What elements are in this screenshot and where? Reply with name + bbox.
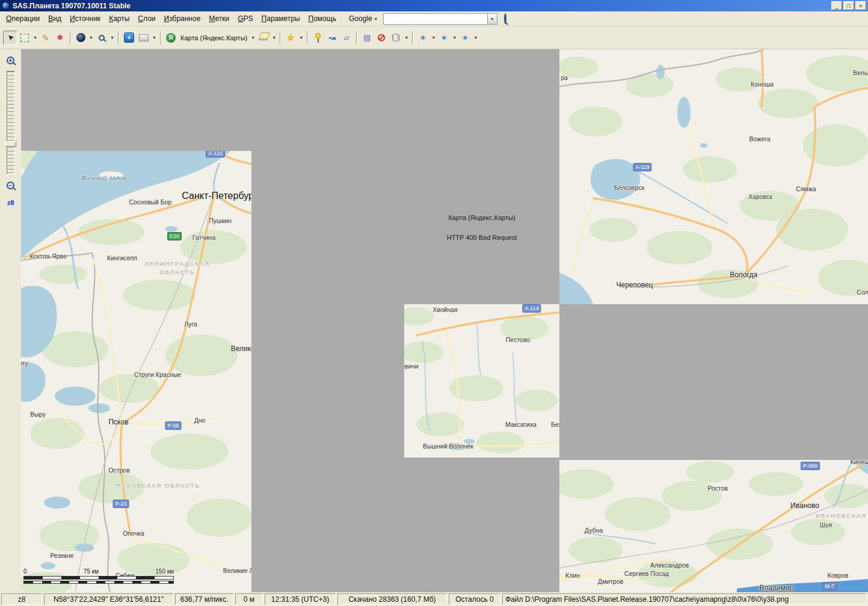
gps-track-dropdown[interactable]: ▾: [451, 31, 458, 45]
map-label: Бежецк: [551, 421, 559, 428]
move-tool-button[interactable]: ➤: [3, 31, 17, 45]
gps-settings-button[interactable]: ✶: [458, 31, 472, 45]
zoom-out-button[interactable]: −: [4, 179, 17, 192]
zoom-tool-dropdown[interactable]: ▾: [109, 31, 115, 45]
map-label: Р-56: [165, 421, 181, 430]
zoom-level-label: z8: [7, 199, 14, 206]
layers-selector-dropdown[interactable]: ▾: [271, 31, 277, 45]
menu-item-options[interactable]: Параметры: [257, 13, 304, 25]
whole-map-tool-dropdown[interactable]: ▾: [88, 31, 94, 45]
map-label: Хвойная: [432, 306, 458, 313]
map-label: Псков: [108, 418, 128, 426]
map-label: ЛЕНИНГРАДСКАЯ: [145, 260, 211, 267]
window-title: SAS.Планета 190707.10011 Stable: [13, 2, 831, 10]
map-label: Череповец: [617, 281, 653, 289]
menu-item-maps[interactable]: Карты: [105, 13, 134, 25]
whole-map-tool-button[interactable]: [73, 31, 88, 45]
add-path-tool-button[interactable]: ↝: [325, 31, 339, 45]
minimize-button[interactable]: _: [831, 1, 842, 10]
menu-item-marks[interactable]: Метки: [205, 13, 233, 25]
map-label: Пестово: [506, 336, 530, 343]
toolbar-separator: [70, 31, 71, 44]
add-placemark-tool-button[interactable]: [310, 31, 325, 45]
zoom-slider-handle[interactable]: [5, 141, 16, 147]
map-label: Дубна: [585, 527, 603, 534]
menu-item-favorites[interactable]: Избранное: [160, 13, 205, 25]
map-label: Белозерск: [614, 184, 645, 191]
map-label: М-7: [822, 582, 837, 590]
main-toolbar: ➤▾✎✱▾▾+▾ЯКарта (Яндекс.Карты)▾▾★▾↝▱▤⊘▾✶▾…: [0, 26, 868, 49]
zoom-panel: + − z8: [0, 49, 21, 592]
gps-settings-dropdown[interactable]: ▾: [472, 31, 479, 45]
zoom-in-button[interactable]: +: [4, 54, 17, 67]
map-label: ПСКОВСКАЯ ОБЛАСТЬ: [116, 482, 200, 489]
map-label: Ковров: [828, 572, 849, 579]
add-placemark-tool-icon: [315, 33, 321, 38]
zoom-out-icon: −: [7, 182, 14, 189]
map-label: Финский залив: [81, 174, 126, 182]
map-label: А-119: [633, 163, 651, 171]
scale-end: 150 км: [155, 568, 174, 575]
menu-item-help[interactable]: Помощь: [304, 13, 340, 25]
menu-item-view[interactable]: Вид: [44, 13, 66, 25]
measure-tool-button[interactable]: ✎: [38, 31, 53, 45]
image-export-tool-button[interactable]: [137, 31, 151, 45]
search-combobox[interactable]: ▾: [383, 13, 497, 25]
map-viewport[interactable]: Финский заливСанкт-ПетербургСосновый Бор…: [21, 49, 868, 592]
favorites-button-dropdown[interactable]: ▾: [298, 31, 304, 45]
map-source-selector-label: Карта (Яндекс.Карты): [180, 34, 247, 41]
google-search-selector[interactable]: Google ▾: [345, 13, 381, 24]
app-icon: [2, 2, 10, 10]
error-http-status: HTTP 400 Bad Request: [404, 234, 559, 241]
map-label: Санкт-Петербург: [182, 191, 251, 201]
menu-item-operations[interactable]: Операции: [2, 13, 44, 25]
map-label: Клин: [565, 572, 580, 579]
favorites-button-button[interactable]: ★: [283, 31, 298, 45]
map-label: Пушкин: [209, 217, 231, 224]
fullscreen-toggle-button[interactable]: +: [122, 31, 137, 45]
search-button[interactable]: [502, 13, 509, 25]
close-button[interactable]: ×: [855, 1, 866, 10]
map-labels: ХвойнаяА-114ПестовоБоровичиМаксатихаБеже…: [404, 304, 559, 458]
scale-start: 0: [23, 568, 27, 575]
nav-marker-tool-button[interactable]: ✱: [53, 31, 67, 45]
add-polygon-tool-button[interactable]: ▱: [339, 31, 354, 45]
map-source-selector-dropdown[interactable]: ▾: [250, 31, 256, 45]
search-dropdown-button[interactable]: ▾: [487, 14, 497, 24]
menu-item-gps[interactable]: GPS: [233, 13, 257, 25]
map-source-icon-button[interactable]: Я: [164, 31, 178, 45]
tile-storage-selector-dropdown[interactable]: ▾: [403, 31, 410, 45]
selection-tool-dropdown[interactable]: ▾: [32, 31, 38, 45]
maximize-button[interactable]: □: [843, 1, 854, 10]
map-label: E20: [167, 232, 182, 240]
map-label: Сергиев Посад: [624, 570, 669, 577]
menu-item-layers[interactable]: Слои: [134, 13, 159, 25]
zoom-slider[interactable]: [7, 71, 15, 174]
tile-storage-selector-button[interactable]: [389, 31, 403, 45]
title-bar[interactable]: SAS.Планета 190707.10011 Stable _ □ ×: [0, 0, 868, 11]
map-label: Р-600: [801, 462, 820, 470]
map-label: Вологда: [730, 271, 757, 279]
image-export-tool-dropdown[interactable]: ▾: [151, 31, 158, 45]
layers-selector-button[interactable]: [256, 31, 271, 45]
map-label: Коноша: [751, 81, 774, 88]
zoom-tool-button[interactable]: [94, 31, 109, 45]
offline-mode-toggle-button[interactable]: ⊘: [374, 31, 389, 45]
selection-tool-button[interactable]: [17, 31, 32, 45]
gps-track-button[interactable]: ✶: [437, 31, 451, 45]
map-label: Р-23: [112, 500, 129, 508]
menu-item-source[interactable]: Источник: [66, 13, 105, 25]
map-label: Дно: [194, 417, 206, 424]
map-source-selector-button[interactable]: Карта (Яндекс.Карты): [178, 31, 250, 45]
workspace: + − z8: [0, 49, 868, 592]
gps-settings-icon: ✶: [461, 33, 469, 43]
gps-connect-dropdown[interactable]: ▾: [430, 31, 437, 45]
search-input[interactable]: [384, 14, 487, 24]
map-label: Великий Новгород: [231, 344, 251, 353]
placemark-manager-button[interactable]: ▤: [360, 31, 374, 45]
gps-connect-button[interactable]: ✶: [416, 31, 430, 45]
map-source-icon-icon: Я: [166, 33, 176, 43]
map-label: Струги Красные: [134, 371, 181, 378]
chevron-down-icon: ▾: [375, 16, 377, 22]
map-label: ра: [561, 74, 568, 81]
